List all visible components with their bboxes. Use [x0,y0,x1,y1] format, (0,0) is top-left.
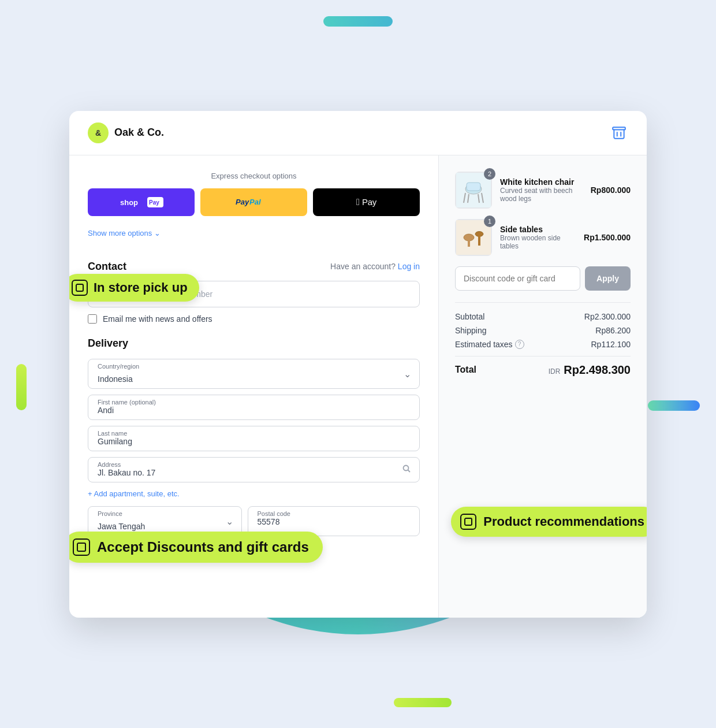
address-label: Address [98,461,410,468]
first-name-field[interactable]: First name (optional) [88,395,420,420]
total-currency: IDR [549,367,561,376]
svg-rect-21 [468,237,470,247]
accept-discounts-icon [73,538,90,556]
svg-rect-0 [613,127,625,129]
main-layout: Express checkout options shop Pay Pay Pa… [69,155,647,618]
item-quantity-badge-2: 1 [484,216,495,227]
svg-text:shop: shop [120,198,138,207]
address-input[interactable] [98,468,410,477]
item-price-1: Rp800.000 [591,185,631,195]
total-row: Total IDR Rp2.498.300 [455,356,631,377]
shipping-value: Rp86.200 [595,326,631,335]
deco-bar-bottom [394,698,452,707]
have-account-text: Have an account? Log in [330,262,420,271]
subtotal-row: Subtotal Rp2.300.000 [455,312,631,321]
item-name-1: White kitchen chair [500,177,583,187]
shipping-row: Shipping Rp86.200 [455,326,631,335]
divider [455,302,631,303]
product-rec-icon [460,514,476,530]
last-name-label: Last name [98,430,410,437]
country-value: Indonesia [98,374,133,384]
show-more-options[interactable]: Show more options ⌄ [88,229,161,237]
search-icon [402,464,411,476]
deco-bar-left [16,364,27,410]
shop-pay-button[interactable]: shop Pay [88,188,195,216]
item-image-wrapper-2: 1 [455,219,492,256]
shipping-label: Shipping [455,326,487,335]
province-value: Jawa Tengah [98,522,145,531]
last-name-input[interactable] [98,437,410,446]
item-details-1: White kitchen chair Curved seat with bee… [500,177,583,203]
email-news-checkbox[interactable] [88,314,97,324]
logo-icon: & [88,122,109,143]
item-name-2: Side tables [500,225,576,234]
first-name-label: First name (optional) [98,399,410,406]
accept-discounts-label: Accept Discounts and gift cards [97,539,309,555]
total-label: Total [455,365,476,375]
product-rec-label: Product recommendations [483,514,644,529]
item-desc-2: Brown wooden side tables [500,234,576,250]
svg-text:Pay: Pay [149,199,159,206]
item-quantity-badge-1: 2 [484,168,495,180]
right-panel: 2 White kitchen chair Curved seat with b… [439,155,647,618]
add-apartment-link[interactable]: + Add apartment, suite, etc. [88,489,180,498]
first-name-input[interactable] [98,406,410,415]
deco-bar-top [323,16,393,27]
item-desc-1: Curved seat with beech wood legs [500,187,583,203]
apple-pay-button[interactable]:  Pay [313,188,420,216]
logo-text: Oak & Co. [114,127,164,139]
item-price-2: Rp1.500.000 [584,233,631,242]
svg-rect-8 [76,284,83,291]
subtotal-value: Rp2.300.000 [584,312,631,321]
svg-rect-24 [465,518,472,525]
accept-discounts-badge[interactable]: Accept Discounts and gift cards [69,532,323,563]
order-item-2: 1 Side tables Brown wooden side tables R… [455,219,631,256]
svg-rect-18 [467,183,480,191]
svg-text:Pay: Pay [236,198,249,206]
taxes-row: Estimated taxes ? Rp112.100 [455,340,631,349]
svg-rect-11 [77,543,85,551]
total-amount: Rp2.498.300 [564,363,631,377]
cart-icon[interactable] [610,124,628,142]
chevron-down-icon: ⌄ [154,229,161,237]
item-image-wrapper-1: 2 [455,172,492,209]
apply-button[interactable]: Apply [585,266,631,291]
deco-bar-right [648,400,700,411]
discount-input[interactable] [455,266,580,291]
address-field[interactable]: Address [88,457,420,482]
last-name-field[interactable]: Last name [88,426,420,451]
total-value-group: IDR Rp2.498.300 [549,363,631,377]
discount-row: Apply [455,266,631,291]
delivery-section: Delivery Country/region Indonesia ⌄ Firs… [88,337,420,560]
header: & Oak & Co. [69,111,647,155]
email-news-label: Email me with news and offers [103,314,212,324]
contact-header: Contact Have an account? Log in [88,261,420,273]
product-recommendations-badge[interactable]: Product recommendations [451,507,647,537]
log-in-link[interactable]: Log in [398,262,420,271]
in-store-pickup-badge[interactable]: In store pick up [69,274,199,302]
in-store-icon [72,280,88,296]
province-label: Province [98,510,122,517]
in-store-label: In store pick up [94,280,188,295]
country-select[interactable]: Country/region Indonesia ⌄ [88,359,420,389]
subtotal-label: Subtotal [455,312,484,321]
postal-label: Postal code [258,510,411,517]
item-details-2: Side tables Brown wooden side tables [500,225,576,250]
paypal-button[interactable]: Pay Pal [200,188,307,216]
email-news-row: Email me with news and offers [88,314,420,324]
info-icon: ? [515,340,524,349]
svg-point-9 [404,465,409,470]
country-label: Country/region [98,363,139,370]
checkout-page: & Oak & Co. Express checkout options sho… [69,111,647,618]
taxes-value: Rp112.100 [591,340,631,349]
postal-input[interactable] [258,517,411,526]
left-panel: Express checkout options shop Pay Pay Pa… [69,155,439,618]
chevron-down-icon: ⌄ [226,515,233,526]
order-item-1: 2 White kitchen chair Curved seat with b… [455,172,631,209]
express-checkout-label: Express checkout options [88,172,420,180]
delivery-title: Delivery [88,337,420,350]
svg-text:Pal: Pal [249,198,261,206]
chevron-down-icon: ⌄ [404,368,411,379]
taxes-label: Estimated taxes ? [455,340,524,349]
logo-area: & Oak & Co. [88,122,164,143]
